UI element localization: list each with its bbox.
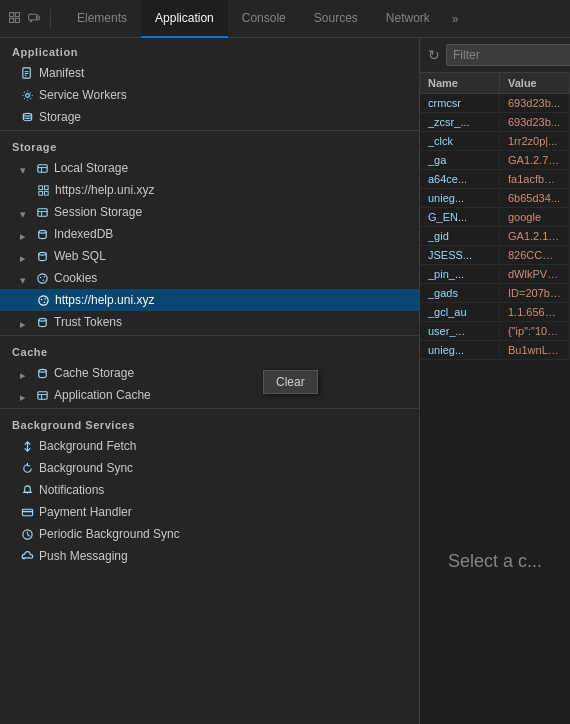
- column-header-value: Value: [500, 73, 570, 93]
- filter-input[interactable]: [446, 44, 570, 66]
- cell-name: _gads: [420, 284, 500, 302]
- data-table: Name Value crmcsr 693d23b... _zcsr_... 6…: [420, 73, 570, 399]
- tab-elements[interactable]: Elements: [63, 0, 141, 38]
- responsive-icon[interactable]: [27, 11, 40, 27]
- select-cookie-message: Select a c...: [420, 399, 570, 725]
- tab-bar: Elements Application Console Sources Net…: [0, 0, 570, 38]
- sidebar-item-notifications[interactable]: Notifications: [0, 479, 419, 501]
- sidebar-item-push-messaging[interactable]: Push Messaging: [0, 545, 419, 567]
- clock-icon: [20, 527, 34, 541]
- cell-value: 693d23b...: [500, 94, 570, 112]
- clear-context-menu[interactable]: Clear: [263, 370, 318, 394]
- sidebar-item-manifest[interactable]: Manifest: [0, 62, 419, 84]
- table-row[interactable]: _gads ID=207bd...: [420, 284, 570, 303]
- svg-rect-19: [38, 191, 42, 195]
- cookie-icon: [35, 271, 49, 285]
- table-row[interactable]: crmcsr 693d23b...: [420, 94, 570, 113]
- sidebar-item-local-storage-url[interactable]: https://help.uni.xyz: [0, 179, 419, 201]
- trust-tokens-icon: [35, 315, 49, 329]
- sidebar-item-bg-sync[interactable]: Background Sync: [0, 457, 419, 479]
- cell-value: GA1.2.12...: [500, 227, 570, 245]
- divider-2: [0, 335, 419, 336]
- table-header: Name Value: [420, 73, 570, 94]
- cell-value: 6b65d34...: [500, 189, 570, 207]
- arrow-up-down-icon: [20, 439, 34, 453]
- table-row[interactable]: JSESS... 826CCDF...: [420, 246, 570, 265]
- column-header-name: Name: [420, 73, 500, 93]
- svg-line-45: [27, 534, 29, 536]
- chevron-right-icon: [20, 317, 30, 327]
- table-row[interactable]: _ga GA1.2.75...: [420, 151, 570, 170]
- tab-network[interactable]: Network: [372, 0, 444, 38]
- table-row[interactable]: _clck 1rr2z0p|...: [420, 132, 570, 151]
- sidebar-item-cookies-url[interactable]: https://help.uni.xyz: [0, 289, 419, 311]
- table-body: crmcsr 693d23b... _zcsr_... 693d23b... _…: [420, 94, 570, 360]
- sidebar-item-session-storage[interactable]: Session Storage: [0, 201, 419, 223]
- cell-name: G_EN...: [420, 208, 500, 226]
- cookie-url-icon: [36, 293, 50, 307]
- storage-section-header: Storage: [0, 133, 419, 157]
- svg-rect-36: [37, 391, 46, 398]
- table-row[interactable]: a64ce... fa1acfb36...: [420, 170, 570, 189]
- sidebar-item-local-storage[interactable]: Local Storage: [0, 157, 419, 179]
- svg-point-12: [25, 93, 29, 97]
- tab-application[interactable]: Application: [141, 0, 228, 38]
- inspect-icon[interactable]: [8, 11, 21, 27]
- indexeddb-icon: [35, 227, 49, 241]
- sidebar-item-payment-handler[interactable]: Payment Handler: [0, 501, 419, 523]
- file-icon: [20, 66, 34, 80]
- chevron-down-icon: [20, 163, 30, 173]
- separator: [50, 9, 51, 29]
- svg-rect-14: [37, 164, 46, 171]
- sidebar-item-cookies[interactable]: Cookies: [0, 267, 419, 289]
- application-section-header: Application: [0, 38, 419, 62]
- table-row[interactable]: _gid GA1.2.12...: [420, 227, 570, 246]
- card-icon: [20, 505, 34, 519]
- sidebar-item-cache-storage[interactable]: Cache Storage: [0, 362, 419, 384]
- bell-icon: [20, 483, 34, 497]
- cell-name: _gid: [420, 227, 500, 245]
- svg-point-25: [38, 252, 45, 255]
- svg-point-32: [43, 301, 44, 302]
- cell-value: 1.1.65693...: [500, 303, 570, 321]
- sidebar-item-indexeddb[interactable]: IndexedDB: [0, 223, 419, 245]
- sidebar-item-service-workers[interactable]: Service Workers: [0, 84, 419, 106]
- cell-name: _gcl_au: [420, 303, 500, 321]
- app-cache-icon: [35, 388, 49, 402]
- table-row[interactable]: G_EN... google: [420, 208, 570, 227]
- sidebar-item-trust-tokens[interactable]: Trust Tokens: [0, 311, 419, 333]
- table-row[interactable]: _gcl_au 1.1.65693...: [420, 303, 570, 322]
- chevron-down-icon: [20, 207, 30, 217]
- chevron-right-icon: [20, 229, 30, 239]
- sidebar-item-bg-fetch[interactable]: Background Fetch: [0, 435, 419, 457]
- table-row[interactable]: unieg... Bu1wnLfr...: [420, 341, 570, 360]
- cell-value: 826CCDF...: [500, 246, 570, 264]
- more-tabs-button[interactable]: »: [444, 12, 467, 26]
- cell-value: {"ip":"103...: [500, 322, 570, 340]
- tab-sources[interactable]: Sources: [300, 0, 372, 38]
- svg-rect-4: [29, 14, 37, 20]
- refresh-icon[interactable]: ↻: [428, 47, 440, 63]
- tab-console[interactable]: Console: [228, 0, 300, 38]
- chevron-right-icon: [20, 368, 30, 378]
- sidebar-item-app-cache[interactable]: Application Cache: [0, 384, 419, 406]
- session-storage-icon: [35, 205, 49, 219]
- cell-name: user_...: [420, 322, 500, 340]
- svg-point-28: [42, 279, 43, 280]
- chevron-right-icon: [20, 251, 30, 261]
- cell-value: ID=207bd...: [500, 284, 570, 302]
- table-row[interactable]: unieg... 6b65d34...: [420, 189, 570, 208]
- web-sql-icon: [35, 249, 49, 263]
- table-row[interactable]: _pin_... dWlkPVp...: [420, 265, 570, 284]
- sidebar-item-periodic-bg-sync[interactable]: Periodic Background Sync: [0, 523, 419, 545]
- table-row[interactable]: _zcsr_... 693d23b...: [420, 113, 570, 132]
- table-row[interactable]: user_... {"ip":"103...: [420, 322, 570, 341]
- svg-rect-17: [38, 185, 42, 189]
- divider-3: [0, 408, 419, 409]
- svg-rect-5: [37, 15, 39, 19]
- sidebar-item-storage[interactable]: Storage: [0, 106, 419, 128]
- sidebar-item-web-sql[interactable]: Web SQL: [0, 245, 419, 267]
- svg-point-26: [37, 273, 46, 282]
- chevron-right-icon: [20, 390, 30, 400]
- bg-services-section-header: Background Services: [0, 411, 419, 435]
